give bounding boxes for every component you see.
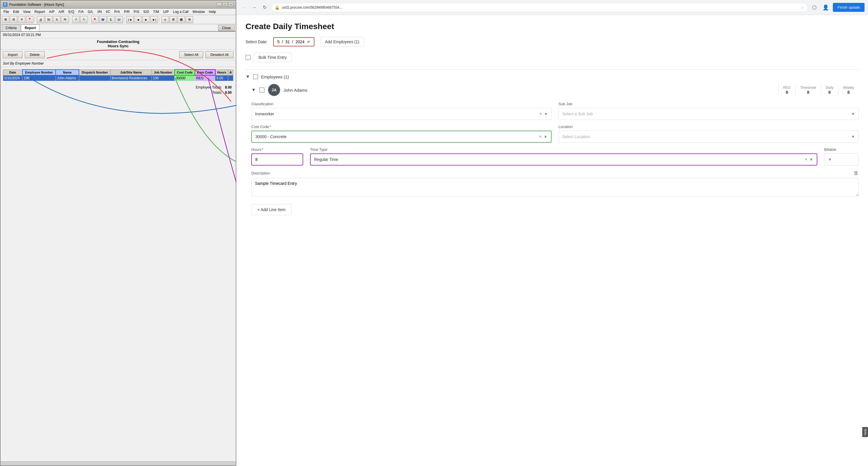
menu-pa[interactable]: P/A bbox=[113, 9, 122, 14]
menu-sd[interactable]: S/D bbox=[142, 9, 151, 14]
menu-eq[interactable]: E/Q bbox=[67, 9, 76, 14]
cost-code-arrow[interactable]: ▼ bbox=[544, 135, 548, 139]
toolbar-sep-5 bbox=[159, 17, 160, 23]
horizontal-scrollbar[interactable] bbox=[1, 461, 236, 465]
classification-arrow[interactable]: ▼ bbox=[544, 112, 548, 116]
toolbar-btn-3[interactable]: ✕ bbox=[18, 16, 25, 23]
toolbar-btn-list3[interactable]: ▦ bbox=[178, 16, 185, 23]
toolbar-btn-1[interactable]: ⊞ bbox=[2, 16, 9, 23]
minimize-btn[interactable]: _ bbox=[217, 2, 222, 7]
classification-field: Classification Ironworker ✕ ▼ bbox=[251, 102, 552, 120]
toolbar-btn-green2[interactable]: ↻ bbox=[80, 16, 88, 23]
menu-pr[interactable]: P/R bbox=[122, 9, 131, 14]
menu-ic[interactable]: I/C bbox=[104, 9, 112, 14]
bulk-checkbox[interactable] bbox=[246, 55, 251, 60]
time-type-arrow[interactable]: ▼ bbox=[809, 157, 813, 162]
maximize-btn[interactable]: □ bbox=[222, 2, 228, 7]
tab-criteria[interactable]: Criteria bbox=[2, 25, 21, 31]
toolbar-nav-next[interactable]: ► bbox=[142, 16, 150, 23]
profile-icon[interactable]: 👤 bbox=[821, 4, 831, 11]
date-year[interactable]: 2024 bbox=[296, 39, 304, 44]
sub-job-arrow[interactable]: ▼ bbox=[851, 112, 855, 116]
bookmark-icon[interactable]: ☆ bbox=[801, 5, 804, 10]
menu-report[interactable]: Report bbox=[33, 9, 47, 14]
location-select[interactable]: Select Location ▼ bbox=[558, 130, 859, 143]
bulk-time-entry-button[interactable]: Bulk Time Entry bbox=[254, 53, 292, 62]
close-button[interactable]: Close bbox=[218, 25, 235, 31]
time-stats: REG 8 Timesheet 8 Daily 8 Weekly 8 bbox=[778, 85, 859, 96]
delete-entry-icon[interactable]: 🗑 bbox=[854, 170, 859, 176]
employee-chevron[interactable]: ▼ bbox=[251, 87, 256, 93]
sub-job-select[interactable]: Select a Sub Job ▼ bbox=[558, 108, 859, 120]
add-employees-button[interactable]: Add Employees (1) bbox=[320, 37, 364, 47]
add-line-item-button[interactable]: + Add Line Item bbox=[251, 204, 292, 215]
address-text[interactable]: us02.procore.com/562949954667554... bbox=[282, 5, 798, 9]
menu-gl[interactable]: G/L bbox=[86, 9, 95, 14]
cost-code-clear-btn[interactable]: ✕ bbox=[539, 135, 542, 139]
toolbar-sep-4 bbox=[124, 17, 125, 23]
menu-up[interactable]: U/P bbox=[161, 9, 170, 14]
toolbar-btn-w[interactable]: W bbox=[99, 16, 106, 23]
extensions-icon[interactable]: ⬡ bbox=[810, 4, 818, 11]
tab-report[interactable]: Report bbox=[21, 25, 40, 31]
cost-code-select[interactable]: 30000 - Concrete ✕ ▼ bbox=[251, 130, 552, 143]
toolbar-btn-e[interactable]: E bbox=[107, 16, 115, 23]
toolbar-btn-green1[interactable]: ↺ bbox=[72, 16, 80, 23]
toolbar-nav-first[interactable]: |◄ bbox=[126, 16, 134, 23]
location-arrow[interactable]: ▼ bbox=[851, 135, 855, 139]
menu-view[interactable]: View bbox=[21, 9, 32, 14]
select-all-button[interactable]: Select All bbox=[179, 51, 203, 58]
nav-forward[interactable]: → bbox=[250, 3, 258, 11]
description-textarea[interactable]: Sample Timecard Entry bbox=[251, 178, 859, 196]
menu-fa[interactable]: F/A bbox=[76, 9, 86, 14]
billable-arrow[interactable]: ▼ bbox=[828, 157, 832, 162]
toolbar-btn-list1[interactable]: ≡ bbox=[161, 16, 169, 23]
col-date: Date bbox=[3, 69, 23, 75]
toolbar-btn-2[interactable]: ⊟ bbox=[10, 16, 17, 23]
toolbar-nav-last[interactable]: ►| bbox=[150, 16, 158, 23]
menu-help[interactable]: Help bbox=[207, 9, 218, 14]
menu-file[interactable]: File bbox=[2, 9, 11, 14]
toolbar-btn-list2[interactable]: ≣ bbox=[169, 16, 177, 23]
menu-in[interactable]: I/N bbox=[96, 9, 103, 14]
menu-window[interactable]: Window bbox=[191, 9, 207, 14]
table-row[interactable]: 5/31/2024 196 John Adams Brentwood Resid… bbox=[3, 75, 234, 81]
classification-clear-btn[interactable]: ✕ bbox=[539, 112, 542, 116]
date-month[interactable]: 5 bbox=[277, 39, 280, 44]
menu-ps[interactable]: P/S bbox=[132, 9, 141, 14]
toolbar-btn-8[interactable]: ✉ bbox=[61, 16, 69, 23]
toolbar-btn-4[interactable]: 📍 bbox=[26, 16, 33, 23]
menu-log-call[interactable]: Log a Call bbox=[171, 9, 190, 14]
delete-button[interactable]: Delete bbox=[25, 51, 45, 58]
employee-checkbox[interactable] bbox=[259, 87, 265, 93]
toolbar-nav-prev[interactable]: ◄ bbox=[134, 16, 142, 23]
classification-select[interactable]: Ironworker ✕ ▼ bbox=[251, 108, 552, 120]
menu-edit[interactable]: Edit bbox=[11, 9, 21, 14]
time-type-clear-btn[interactable]: ✕ bbox=[805, 157, 807, 162]
employees-chevron[interactable]: ▼ bbox=[246, 74, 250, 79]
menu-ap[interactable]: A/P bbox=[47, 9, 56, 14]
nav-reload[interactable]: ↻ bbox=[260, 3, 269, 11]
toolbar-btn-red[interactable]: ⚑ bbox=[91, 16, 98, 23]
date-day[interactable]: 31 bbox=[285, 39, 290, 44]
close-window-btn[interactable]: × bbox=[228, 2, 234, 7]
finish-update-button[interactable]: Finish update bbox=[833, 3, 865, 12]
date-input-box[interactable]: 5 / 31 / 2024 ✕ bbox=[273, 37, 314, 47]
time-type-select[interactable]: Regular Time ✕ ▼ bbox=[310, 153, 817, 166]
menu-tm[interactable]: T/M bbox=[151, 9, 161, 14]
nav-back[interactable]: ← bbox=[240, 3, 248, 11]
menu-ar[interactable]: A/R bbox=[57, 9, 66, 14]
toolbar-btn-5[interactable]: 🖨 bbox=[37, 16, 44, 23]
billable-select[interactable]: ▼ bbox=[824, 153, 859, 166]
help-button[interactable]: Help bbox=[862, 427, 868, 437]
toolbar-btn-list4[interactable]: ⊕ bbox=[186, 16, 193, 23]
import-button[interactable]: Import bbox=[3, 51, 23, 58]
toolbar-btn-7[interactable]: X bbox=[53, 16, 61, 23]
deselect-all-button[interactable]: Deselect All bbox=[206, 51, 234, 58]
toolbar-btn-word[interactable]: W bbox=[115, 16, 123, 23]
stat-weekly-label: Weekly bbox=[843, 86, 854, 90]
toolbar-btn-6[interactable]: W bbox=[45, 16, 53, 23]
hours-input[interactable] bbox=[251, 153, 303, 166]
date-clear-btn[interactable]: ✕ bbox=[307, 39, 310, 44]
employees-checkbox[interactable] bbox=[253, 74, 258, 79]
